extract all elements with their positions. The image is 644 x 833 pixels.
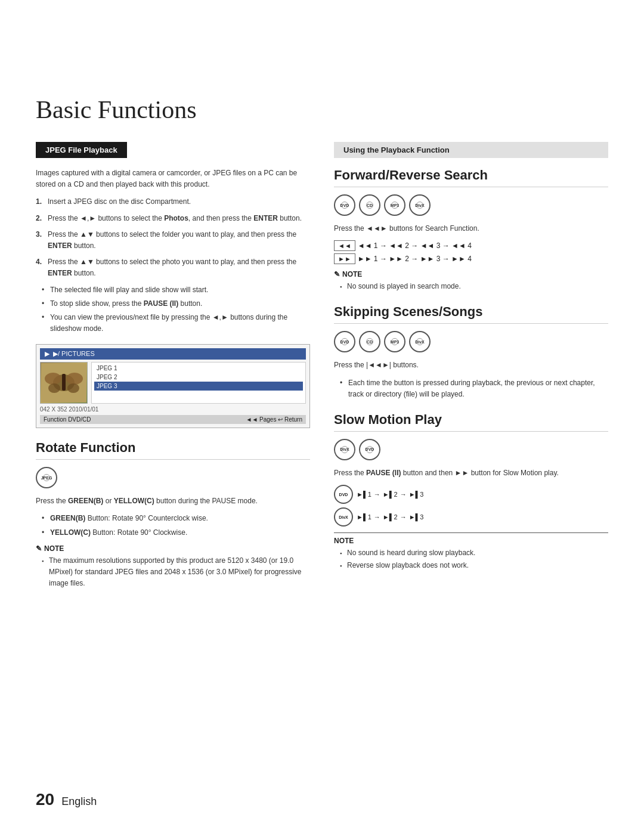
screenshot-title: ▶/ PICTURES [53,350,95,358]
slow-motion-section: Slow Motion Play DivX DVD Press the PAUS… [334,412,608,572]
step-4: Press the ▲▼ buttons to select the photo… [36,256,310,279]
dvd-slow-sequence: ►▌1 → ►▌2 → ►▌3 [357,491,423,498]
screenshot-header: ▶ ▶/ PICTURES [40,348,306,360]
svg-rect-6 [62,374,66,391]
dvd-disc-icon: DVD [334,194,355,216]
bullet-list: The selected file will play and slide sh… [36,284,310,335]
rotate-note: ✎ NOTE The maximum resolutions supported… [36,544,310,590]
rotate-function-title: Rotate Function [36,440,310,460]
page-footer: 20 English [36,790,97,809]
screenshot-thumbnail [40,362,88,404]
slow-divx-icon: DivX [334,439,355,460]
screenshot-content: JPEG 1 JPEG 2 JPEG 3 [40,362,306,404]
footer-left: Function DVD/CD [44,416,91,423]
bullet-1: The selected file will play and slide sh… [42,284,310,296]
right-section-header: Using the Playback Function [334,142,608,158]
skip-dvd-icon: DVD [334,331,355,352]
divx-slow-icon: DivX [334,507,353,527]
slow-note-list: No sound is heard during slow playback. … [334,547,608,571]
step-1: Insert a JPEG disc on the disc Compartme… [36,196,310,208]
page-title: Basic Functions [36,95,608,124]
rotate-bullet-2: YELLOW(C) Button: Rotate 90° Clockwise. [42,527,310,538]
rotate-disc-icons: JPEG [36,467,310,488]
forward-press-text: Press the ◄◄► buttons for Search Functio… [334,223,608,234]
file-item-3: JPEG 3 [94,382,303,391]
intro-text: Images captured with a digital camera or… [36,168,310,190]
divx-slow-sequence: ►▌1 → ►▌2 → ►▌3 [357,513,423,521]
screenshot-icon: ▶ [45,350,49,358]
svg-point-2 [45,373,61,385]
rotate-note-list: The maximum resolutions supported by thi… [36,555,310,590]
pencil-icon: ✎ [36,544,42,553]
forward-icon: ►► [334,253,355,264]
step-2: Press the ◄,► buttons to select the Phot… [36,213,310,224]
forward-reverse-section: Forward/Reverse Search DVD CD MP3 DivX [334,168,608,292]
forward-note-item-1: No sound is played in search mode. [340,281,608,292]
page-number: 20 [36,790,54,809]
slow-note-item-2: Reverse slow playback does not work. [340,560,608,571]
divx-slow-row: DivX ►▌1 → ►▌2 → ►▌3 [334,507,608,527]
slow-note-item-1: No sound is heard during slow playback. [340,547,608,559]
rewind-sequence-row: ◄◄ ◄◄ 1 → ◄◄ 2 → ◄◄ 3 → ◄◄ 4 [334,240,608,251]
screenshot-box: ▶ ▶/ PICTURES [36,344,310,428]
skip-mp3-icon: MP3 [384,331,405,352]
skip-cd-icon: CD [359,331,380,352]
slow-note-title: NOTE [334,537,608,545]
bullet-3: You can view the previous/next file by p… [42,312,310,335]
dvd-slow-row: DVD ►▌1 → ►▌2 → ►▌3 [334,485,608,504]
skipping-title: Skipping Scenes/Songs [334,304,608,324]
screenshot-info: 042 X 352 2010/01/01 [40,406,306,413]
slow-dvd-icon: DVD [359,439,380,460]
slow-motion-note: NOTE No sound is heard during slow playb… [334,532,608,571]
forward-reverse-title: Forward/Reverse Search [334,168,608,187]
forward-reverse-disc-icons: DVD CD MP3 DivX [334,194,608,216]
skip-divx-icon: DivX [409,331,431,352]
dvd-slow-icon: DVD [334,485,353,504]
divx-disc-icon: DivX [409,194,431,216]
using-playback-header: Using the Playback Function [334,142,608,158]
page-language: English [61,795,97,808]
right-column: Using the Playback Function Forward/Reve… [334,142,608,595]
svg-point-4 [48,383,60,393]
skipping-disc-icons: DVD CD MP3 DivX [334,331,608,352]
skipping-bullet-list: Each time the button is pressed during p… [334,377,608,400]
skipping-bullet-1: Each time the button is pressed during p… [340,377,608,400]
slow-motion-title: Slow Motion Play [334,412,608,432]
cd-disc-icon: CD [359,194,380,216]
search-diagram: ◄◄ ◄◄ 1 → ◄◄ 2 → ◄◄ 3 → ◄◄ 4 ►► ►► 1 → ►… [334,240,608,264]
jpeg-file-playback-header: JPEG File Playback [36,142,127,158]
jpeg-disc-icon: JPEG [36,467,57,488]
file-item-1: JPEG 1 [94,364,303,373]
footer-right: ◄◄ Pages ↩ Return [246,416,303,423]
rewind-sequence: ◄◄ 1 → ◄◄ 2 → ◄◄ 3 → ◄◄ 4 [358,241,472,250]
screenshot-footer: Function DVD/CD ◄◄ Pages ↩ Return [40,415,306,424]
rewind-icon: ◄◄ [334,240,355,251]
pencil-icon-2: ✎ [334,270,340,278]
rotate-note-title: ✎ NOTE [36,544,310,553]
forward-note-title: ✎ NOTE [334,270,608,278]
forward-note: ✎ NOTE No sound is played in search mode… [334,270,608,292]
rotate-bullet-1: GREEN(B) Button: Rotate 90° Counterclock… [42,513,310,524]
screenshot-file-list: JPEG 1 JPEG 2 JPEG 3 [91,362,306,404]
rotate-press-text: Press the GREEN(B) or YELLOW(C) button d… [36,496,310,507]
left-column: JPEG File Playback Images captured with … [36,142,310,595]
forward-sequence-row: ►► ►► 1 → ►► 2 → ►► 3 → ►► 4 [334,253,608,264]
mp3-disc-icon: MP3 [384,194,405,216]
file-item-2: JPEG 2 [94,373,303,382]
steps-list: Insert a JPEG disc on the disc Compartme… [36,196,310,279]
rotate-bullet-list: GREEN(B) Button: Rotate 90° Counterclock… [36,513,310,538]
rotate-note-item-1: The maximum resolutions supported by thi… [42,555,310,590]
slow-motion-disc-icons: DivX DVD [334,439,608,460]
left-section-header: JPEG File Playback [36,142,310,158]
step-3: Press the ▲▼ buttons to select the folde… [36,229,310,252]
svg-point-5 [67,383,79,393]
skipping-section: Skipping Scenes/Songs DVD CD MP3 DivX [334,304,608,400]
slow-press-text: Press the PAUSE (II) button and then ►► … [334,467,608,479]
slow-motion-diagram: DVD ►▌1 → ►▌2 → ►▌3 DivX [334,485,608,527]
svg-point-3 [66,373,83,385]
forward-sequence: ►► 1 → ►► 2 → ►► 3 → ►► 4 [358,255,472,263]
skipping-press-text: Press the |◄◄►| buttons. [334,360,608,371]
bullet-2: To stop slide show, press the PAUSE (II)… [42,298,310,309]
rotate-function-section: Rotate Function JPEG Press the GREEN(B) … [36,440,310,589]
forward-note-list: No sound is played in search mode. [334,281,608,292]
